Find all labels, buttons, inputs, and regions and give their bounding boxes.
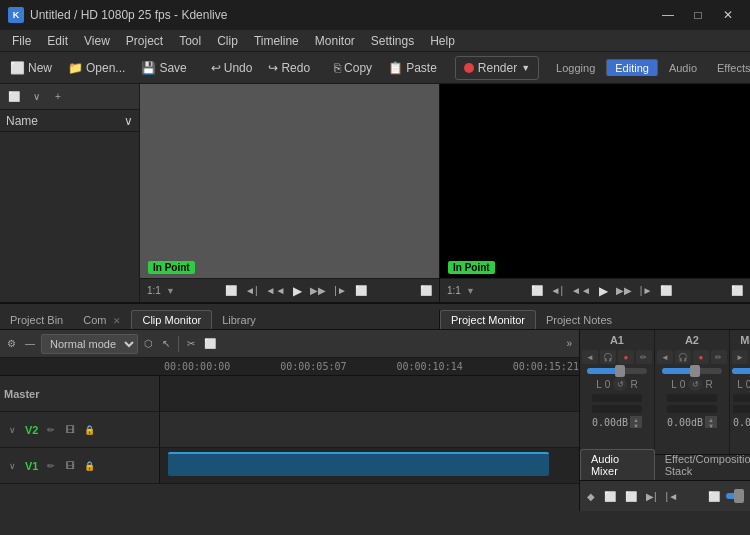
tab-effect-composition[interactable]: Effect/Composition Stack xyxy=(655,450,750,480)
proj-mark-btn[interactable]: ⬜ xyxy=(657,282,675,300)
menu-project[interactable]: Project xyxy=(118,32,171,50)
menu-monitor[interactable]: Monitor xyxy=(307,32,363,50)
proj-step-fwd-btn[interactable]: |► xyxy=(637,282,656,300)
mix-end-btn[interactable]: |◄ xyxy=(663,486,682,506)
clip-fullscreen-btn[interactable]: ⬜ xyxy=(417,282,435,300)
left-panel-chevron-btn[interactable]: ∨ xyxy=(26,88,46,106)
track-v1-area[interactable] xyxy=(160,448,579,483)
channel-a2-fader[interactable] xyxy=(662,368,722,374)
tab-project-monitor[interactable]: Project Monitor xyxy=(440,310,536,329)
ch-a2-db-down[interactable]: ▼ xyxy=(705,422,717,428)
channel-a1-fader[interactable] xyxy=(587,368,647,374)
proj-prev-btn[interactable]: ◄◄ xyxy=(568,282,594,300)
copy-button[interactable]: ⎘ Copy xyxy=(328,56,378,80)
mix-zoom-out-btn[interactable]: ⬜ xyxy=(705,486,723,506)
menu-view[interactable]: View xyxy=(76,32,118,50)
undo-button[interactable]: ↩ Undo xyxy=(205,56,259,80)
paste-button[interactable]: 📋 Paste xyxy=(382,56,443,80)
tab-library[interactable]: Library xyxy=(212,311,266,329)
proj-mark-in-btn[interactable]: ⬜ xyxy=(528,282,546,300)
tl-cut-btn[interactable]: ✂ xyxy=(184,334,198,354)
redo-button[interactable]: ↪ Redo xyxy=(262,56,316,80)
mix-snap-btn[interactable]: ⬜ xyxy=(601,486,619,506)
proj-fullscreen-btn[interactable]: ⬜ xyxy=(728,282,746,300)
mix-mark-btn[interactable]: ▶| xyxy=(643,486,660,506)
proj-play-btn[interactable]: ▶ xyxy=(596,282,611,300)
menu-timeline[interactable]: Timeline xyxy=(246,32,307,50)
menu-file[interactable]: File xyxy=(4,32,39,50)
tab-logging[interactable]: Logging xyxy=(547,59,604,76)
track-v2-lock-btn[interactable]: 🔒 xyxy=(81,422,97,438)
menu-settings[interactable]: Settings xyxy=(363,32,422,50)
tab-project-notes[interactable]: Project Notes xyxy=(536,311,622,329)
clip-step-fwd-btn[interactable]: |► xyxy=(331,282,350,300)
clip-rewind-btn[interactable]: ⬜ xyxy=(222,282,240,300)
ch-a1-headphone-btn[interactable]: 🎧 xyxy=(600,350,616,364)
track-master-area[interactable] xyxy=(160,376,579,411)
tab-audio-mixer[interactable]: Audio Mixer xyxy=(580,449,655,480)
render-button[interactable]: Render ▼ xyxy=(455,56,539,80)
ch-a1-effect-btn[interactable]: ✏ xyxy=(636,350,652,364)
ch-a2-effect-btn[interactable]: ✏ xyxy=(711,350,727,364)
ch-a2-headphone-btn[interactable]: 🎧 xyxy=(675,350,691,364)
tab-editing[interactable]: Editing xyxy=(606,59,658,76)
mix-fit-btn[interactable]: ⬜ xyxy=(622,486,640,506)
mix-zoom-slider[interactable] xyxy=(726,493,744,499)
tl-insert-mode-btn[interactable]: — xyxy=(22,334,38,354)
save-button[interactable]: 💾 Save xyxy=(135,56,192,80)
tl-more-btn[interactable]: » xyxy=(563,334,575,354)
clip-prev-btn[interactable]: ◄◄ xyxy=(263,282,289,300)
ch-a1-db-spinner[interactable]: ▲ ▼ xyxy=(630,416,642,428)
ch-a2-lr-btn[interactable]: ↺ xyxy=(688,377,702,391)
menu-tool[interactable]: Tool xyxy=(171,32,209,50)
tab-project-bin[interactable]: Project Bin xyxy=(0,311,73,329)
clip-next-btn[interactable]: ▶▶ xyxy=(307,282,329,300)
menu-clip[interactable]: Clip xyxy=(209,32,246,50)
open-button[interactable]: 📁 Open... xyxy=(62,56,131,80)
close-button[interactable]: ✕ xyxy=(714,5,742,25)
tl-spacer-btn[interactable]: ⬜ xyxy=(201,334,219,354)
proj-step-back-btn[interactable]: ◄| xyxy=(548,282,567,300)
track-v2-edit-btn[interactable]: ✏ xyxy=(43,422,59,438)
clip-mark-btn[interactable]: ⬜ xyxy=(352,282,370,300)
ch-a2-db-spinner[interactable]: ▲ ▼ xyxy=(705,416,717,428)
new-button[interactable]: ⬜ New xyxy=(4,56,58,80)
tl-group-btn[interactable]: ⬡ xyxy=(141,334,156,354)
track-v1-film-btn[interactable]: 🎞 xyxy=(62,458,78,474)
track-v2-chevron-btn[interactable]: ∨ xyxy=(4,422,20,438)
menu-edit[interactable]: Edit xyxy=(39,32,76,50)
ch-a1-lr-btn[interactable]: ↺ xyxy=(613,377,627,391)
tab-audio[interactable]: Audio xyxy=(660,59,706,76)
left-panel-icon-btn[interactable]: ⬜ xyxy=(4,88,24,106)
clip-play-btn[interactable]: ▶ xyxy=(290,282,305,300)
tab-effects[interactable]: Effects xyxy=(708,59,750,76)
render-chevron-icon: ▼ xyxy=(521,63,530,73)
tl-mode-select[interactable]: Normal mode xyxy=(41,334,138,354)
tab-com[interactable]: Com ✕ xyxy=(73,311,131,329)
minimize-button[interactable]: — xyxy=(654,5,682,25)
maximize-button[interactable]: □ xyxy=(684,5,712,25)
ch-a1-db-down[interactable]: ▼ xyxy=(630,422,642,428)
ch-a2-record-btn[interactable]: ● xyxy=(693,350,709,364)
mix-keyframe-btn[interactable]: ◆ xyxy=(584,486,598,506)
track-v1-edit-btn[interactable]: ✏ xyxy=(43,458,59,474)
ch-master-play-btn[interactable]: ► xyxy=(732,350,748,364)
track-v2-film-btn[interactable]: 🎞 xyxy=(62,422,78,438)
track-v2-area[interactable] xyxy=(160,412,579,447)
menu-help[interactable]: Help xyxy=(422,32,463,50)
ch-a1-mono-btn[interactable]: ◄ xyxy=(582,350,598,364)
tab-clip-monitor[interactable]: Clip Monitor xyxy=(131,310,212,329)
channel-master-fader[interactable] xyxy=(732,368,750,374)
track-v1-lock-btn[interactable]: 🔒 xyxy=(81,458,97,474)
proj-next-btn[interactable]: ▶▶ xyxy=(613,282,635,300)
left-panel-content[interactable] xyxy=(0,132,139,302)
tl-settings-btn[interactable]: ⚙ xyxy=(4,334,19,354)
clip-step-back-btn[interactable]: ◄| xyxy=(242,282,261,300)
track-v1-chevron-btn[interactable]: ∨ xyxy=(4,458,20,474)
left-panel-add-btn[interactable]: + xyxy=(48,88,68,106)
ch-a2-mono-btn[interactable]: ◄ xyxy=(657,350,673,364)
ch-a1-record-btn[interactable]: ● xyxy=(618,350,634,364)
track-v1-clip[interactable] xyxy=(168,452,549,476)
channel-a2-vu-meter xyxy=(667,394,717,402)
tl-select-btn[interactable]: ↖ xyxy=(159,334,173,354)
